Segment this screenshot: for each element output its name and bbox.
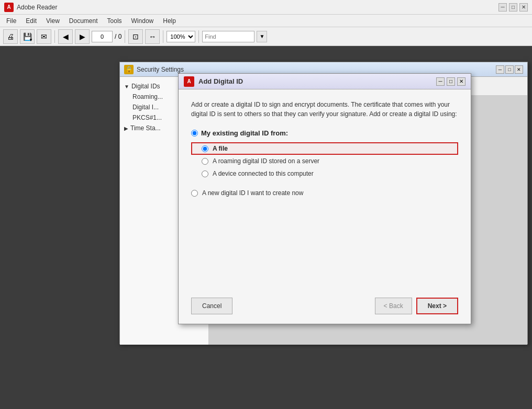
add-digital-id-dialog: A Add Digital ID ─ □ ✕ Add or create a d… [178, 73, 471, 324]
page-separator: / 0 [115, 33, 121, 40]
menu-edit[interactable]: Edit [21, 16, 41, 26]
back-button[interactable]: ◀ [58, 29, 73, 44]
menu-document[interactable]: Document [65, 16, 102, 26]
separator-4 [198, 30, 199, 43]
radio-main-label[interactable]: My existing digital ID from: [191, 129, 458, 137]
dialog-title-left: A Add Digital ID [184, 76, 243, 87]
app-icon: A [4, 3, 14, 12]
security-restore-button[interactable]: □ [505, 65, 514, 74]
radio-existing[interactable] [191, 130, 198, 137]
radio-option-roaming[interactable]: A roaming digital ID stored on a server [191, 155, 458, 167]
menu-window[interactable]: Window [127, 16, 158, 26]
email-button[interactable]: ✉ [37, 29, 51, 44]
toolbar: 🖨 💾 ▼ ✉ ◀ ▶ / 0 ⊡ ↔ 100% 75% 50% 125% 15… [0, 27, 532, 46]
zoom-select[interactable]: 100% 75% 50% 125% 150% [167, 31, 195, 42]
dialog-description: Add or create a digital ID to sign and e… [191, 100, 458, 119]
radio-device-input[interactable] [202, 171, 208, 177]
title-bar-left: A Adobe Reader [4, 3, 57, 12]
footer-right: < Back Next > [375, 298, 458, 314]
radio-device-label: A device connected to this computer [213, 170, 314, 177]
separator-1 [54, 30, 55, 43]
restore-button[interactable]: □ [509, 3, 517, 12]
page-input[interactable] [92, 31, 113, 42]
minimize-button[interactable]: ─ [498, 3, 507, 12]
dialog-adobe-icon: A [184, 76, 194, 87]
expand-icon: ▼ [124, 84, 129, 89]
dialog-body: Add or create a digital ID to sign and e… [179, 89, 471, 325]
save-button[interactable]: 💾 ▼ [20, 29, 35, 44]
cancel-button[interactable]: Cancel [191, 298, 232, 314]
radio-main-text: My existing digital ID from: [201, 129, 288, 137]
lock-icon: 🔒 [124, 65, 134, 74]
dialog-minimize-button[interactable]: ─ [436, 77, 445, 86]
back-button[interactable]: < Back [375, 298, 412, 314]
security-title-left: 🔒 Security Settings [124, 65, 184, 74]
radio-option-device[interactable]: A device connected to this computer [191, 167, 458, 180]
separator-3 [163, 30, 163, 43]
menu-file[interactable]: File [2, 16, 20, 26]
close-button[interactable]: ✕ [519, 3, 528, 12]
radio-option-new[interactable]: A new digital ID I want to create now [191, 186, 458, 200]
dialog-restore-button[interactable]: □ [447, 77, 455, 86]
security-title-controls: ─ □ ✕ [496, 65, 523, 74]
radio-file-label: A file [213, 145, 228, 152]
security-minimize-button[interactable]: ─ [496, 65, 504, 74]
dialog-title-text: Add Digital ID [198, 77, 243, 85]
separator-2 [125, 30, 125, 43]
menu-bar: File Edit View Document Tools Window Hel… [0, 15, 532, 27]
security-close-button[interactable]: ✕ [515, 65, 523, 74]
dialog-title-controls: ─ □ ✕ [436, 77, 465, 86]
fit-page-button[interactable]: ⊡ [128, 29, 143, 44]
radio-new-input[interactable] [191, 190, 198, 197]
radio-file-input[interactable] [202, 145, 208, 152]
security-title-text: Security Settings [137, 66, 184, 73]
radio-roaming-input[interactable] [202, 158, 208, 165]
find-input[interactable] [202, 31, 254, 42]
menu-help[interactable]: Help [159, 16, 180, 26]
app-title: Adobe Reader [17, 4, 57, 11]
radio-option-file[interactable]: A file [191, 142, 458, 155]
expand-icon-ts: ▶ [124, 126, 128, 131]
title-bar: A Adobe Reader ─ □ ✕ [0, 0, 532, 15]
dialog-close-button[interactable]: ✕ [457, 77, 465, 86]
next-button[interactable]: Next > [416, 298, 458, 314]
radio-roaming-label: A roaming digital ID stored on a server [213, 157, 319, 165]
fit-width-button[interactable]: ↔ [145, 29, 160, 44]
find-dropdown-button[interactable]: ▼ [257, 31, 267, 42]
title-bar-controls: ─ □ ✕ [498, 3, 528, 12]
dialog-title-bar: A Add Digital ID ─ □ ✕ [179, 74, 471, 89]
menu-tools[interactable]: Tools [103, 16, 126, 26]
radio-group: My existing digital ID from: A file A ro… [191, 129, 458, 200]
forward-button[interactable]: ▶ [75, 29, 90, 44]
menu-view[interactable]: View [42, 16, 64, 26]
dialog-footer: Cancel < Back Next > [191, 289, 458, 314]
radio-new-label: A new digital ID I want to create now [202, 189, 303, 197]
print-button[interactable]: 🖨 [3, 29, 18, 44]
footer-left: Cancel [191, 298, 232, 314]
